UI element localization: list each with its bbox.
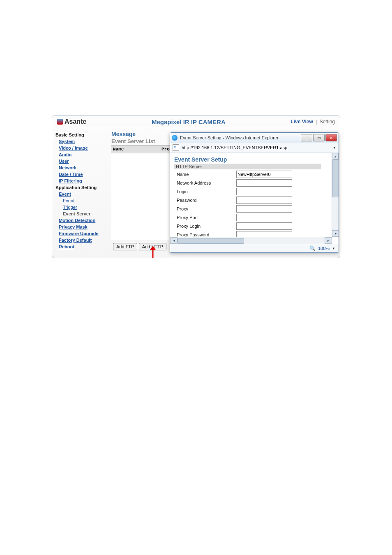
sidebar-item-privacy-mask[interactable]: Privacy Mask: [59, 224, 110, 229]
sidebar-item-reboot[interactable]: Reboot: [59, 244, 110, 249]
sidebar-item-network[interactable]: Network: [59, 165, 110, 170]
row-network-address: Network Address: [177, 179, 334, 187]
brand-logo: Asante: [57, 118, 86, 125]
label-proxy-login: Proxy Login: [177, 224, 236, 229]
zoom-level[interactable]: 100%: [318, 246, 330, 251]
input-name[interactable]: [236, 171, 292, 178]
basic-setting-heading: Basic Setting: [55, 132, 110, 137]
vertical-scroll-thumb[interactable]: [332, 160, 339, 197]
sidebar-item-ip-filtering[interactable]: IP Filtering: [59, 178, 110, 183]
zoom-dropdown-icon[interactable]: ▼: [332, 247, 335, 250]
scroll-right-icon[interactable]: ▸: [325, 237, 332, 244]
label-name: Name: [177, 172, 236, 177]
sidebar-subitem-event-server[interactable]: Event Server: [63, 211, 110, 216]
row-proxy: Proxy: [177, 205, 334, 213]
status-bar: 🔍 100% ▼: [170, 244, 339, 252]
live-view-link[interactable]: Live View: [291, 119, 313, 125]
sidebar-item-event[interactable]: Event: [59, 192, 110, 197]
horizontal-scroll-thumb[interactable]: [178, 238, 244, 244]
input-network-address[interactable]: [236, 179, 292, 187]
sidebar-subitem-trigger[interactable]: Trigger: [63, 205, 110, 210]
ie-icon: [172, 135, 178, 141]
label-proxy-port: Proxy Port: [177, 215, 236, 220]
asante-logo-icon: [57, 119, 63, 125]
brand-text: Asante: [65, 118, 86, 125]
setting-current: Setting: [320, 119, 335, 125]
page-icon: [173, 144, 179, 151]
vertical-scrollbar[interactable]: ▴ ▾: [332, 153, 339, 237]
application-setting-heading: Application Setting: [55, 185, 110, 190]
input-proxy-port[interactable]: [236, 214, 292, 221]
row-login: Login: [177, 188, 334, 195]
popup-titlebar: Event Server Setting - Windows Internet …: [170, 133, 339, 143]
row-name: Name: [177, 171, 334, 178]
sidebar-item-video-image[interactable]: Video / Image: [59, 146, 110, 150]
input-proxy-password[interactable]: [236, 231, 292, 237]
horizontal-scrollbar[interactable]: ◂ ▸: [170, 237, 332, 244]
event-server-popup: Event Server Setting - Windows Internet …: [170, 132, 339, 253]
url-dropdown-icon[interactable]: ▼: [333, 146, 336, 150]
minimize-button[interactable]: _: [301, 134, 312, 141]
sidebar-item-motion-detection[interactable]: Motion Detection: [59, 218, 110, 223]
input-login[interactable]: [236, 188, 292, 195]
label-network-address: Network Address: [177, 180, 236, 185]
scroll-down-icon[interactable]: ▾: [332, 230, 339, 237]
http-server-subheading: HTTP Server: [174, 164, 321, 169]
row-proxy-login: Proxy Login: [177, 222, 334, 230]
col-name: Name: [111, 146, 160, 152]
input-proxy[interactable]: [236, 205, 292, 213]
row-proxy-password: Proxy Password: [177, 231, 334, 237]
sidebar-item-system[interactable]: System: [59, 139, 110, 144]
main-panel: Message Event Server List Name Protocol …: [111, 128, 340, 255]
add-http-button[interactable]: Add HTTP: [139, 243, 166, 250]
sidebar-item-date-time[interactable]: Date / Time: [59, 172, 110, 177]
page-title: Megapixel IR IP CAMERA: [86, 118, 291, 125]
top-links: Live View | Setting: [291, 119, 335, 125]
maximize-button[interactable]: ▭: [313, 134, 325, 141]
popup-title-text: Event Server Setting - Windows Internet …: [180, 135, 279, 140]
sidebar-item-user[interactable]: User: [59, 159, 110, 164]
scroll-left-icon[interactable]: ◂: [170, 237, 178, 244]
address-bar: http://192.168.1.12/SETTING_EVENTSERVER1…: [170, 143, 339, 153]
close-button[interactable]: ✕: [325, 134, 337, 141]
separator: |: [316, 119, 317, 125]
input-proxy-login[interactable]: [236, 222, 292, 230]
sidebar-item-factory-default[interactable]: Factory Default: [59, 238, 110, 243]
sidebar-item-firmware-upgrade[interactable]: Firmware Upgrade: [59, 231, 110, 236]
label-login: Login: [177, 189, 236, 194]
sidebar: Basic Setting System Video / Image Audio…: [52, 128, 111, 255]
label-proxy: Proxy: [177, 206, 236, 211]
topbar: Asante Megapixel IR IP CAMERA Live View …: [52, 116, 340, 128]
label-proxy-password: Proxy Password: [177, 232, 236, 237]
row-password: Password: [177, 197, 334, 204]
row-proxy-port: Proxy Port: [177, 214, 334, 221]
sidebar-item-audio[interactable]: Audio: [59, 152, 110, 157]
app-window: Asante Megapixel IR IP CAMERA Live View …: [52, 115, 340, 258]
sidebar-subitem-event[interactable]: Event: [63, 198, 110, 203]
add-ftp-button[interactable]: Add FTP: [113, 243, 137, 250]
window-buttons: _ ▭ ✕: [300, 134, 337, 141]
url-text[interactable]: http://192.168.1.12/SETTING_EVENTSERVER1…: [182, 145, 287, 150]
input-password[interactable]: [236, 197, 292, 204]
label-password: Password: [177, 198, 236, 203]
scroll-up-icon[interactable]: ▴: [332, 153, 339, 160]
event-server-setup-heading: Event Server Setup: [174, 156, 334, 163]
popup-body: Event Server Setup HTTP Server Name Netw…: [170, 153, 339, 237]
zoom-icon[interactable]: 🔍: [309, 245, 316, 251]
